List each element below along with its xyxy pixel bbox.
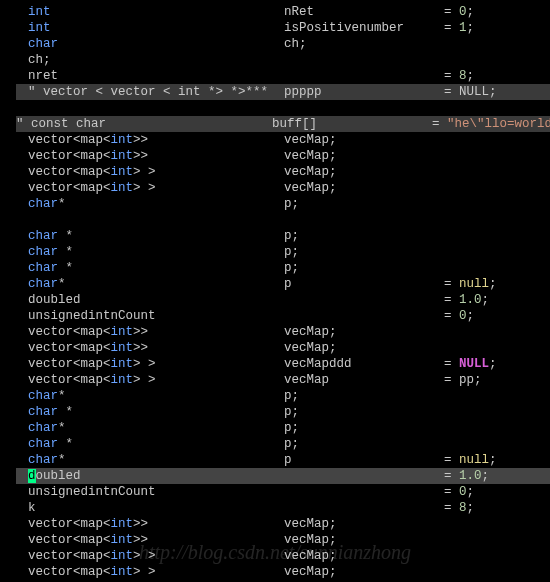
variable-name: ppppp	[284, 84, 444, 100]
value: = NULL;	[444, 356, 497, 372]
declaration: unsignedintnCount	[28, 484, 284, 500]
value: = 1.0;	[444, 468, 489, 484]
variable-name	[284, 500, 444, 516]
code-line: char*p;	[16, 196, 550, 212]
variable-name: p;	[284, 196, 444, 212]
variable-name: vecMap;	[284, 324, 444, 340]
code-line	[16, 100, 550, 116]
code-line: char *p;	[16, 244, 550, 260]
declaration: vector<map<int> >	[28, 164, 284, 180]
declaration: vector<map<int> >	[28, 548, 284, 564]
declaration: vector<map<int> >	[28, 372, 284, 388]
variable-name: nRet	[284, 4, 444, 20]
declaration: k	[28, 500, 284, 516]
code-line: unsignedintnCount= 0;	[16, 308, 550, 324]
code-line: unsignedintnCount= 0;	[16, 484, 550, 500]
code-line: vector<map<int> >vecMap= pp;	[16, 372, 550, 388]
declaration: vector<map<int> >	[28, 564, 284, 580]
variable-name: ch;	[284, 36, 444, 52]
declaration: nret	[28, 68, 284, 84]
variable-name: vecMap;	[284, 148, 444, 164]
variable-name: vecMap;	[284, 532, 444, 548]
code-line: charch;	[16, 36, 550, 52]
variable-name: p;	[284, 228, 444, 244]
code-line: vector<map<int>>vecMap;	[16, 132, 550, 148]
variable-name: p;	[284, 404, 444, 420]
code-line: doubled= 1.0;	[16, 292, 550, 308]
variable-name	[284, 292, 444, 308]
value: = 8;	[444, 68, 474, 84]
variable-name: p;	[284, 420, 444, 436]
code-line: char *p;	[16, 228, 550, 244]
code-line: vector<map<int> >vecMap;	[16, 164, 550, 180]
code-line: char*p;	[16, 388, 550, 404]
variable-name: vecMap;	[284, 548, 444, 564]
variable-name: p	[284, 276, 444, 292]
declaration: " vector < vector < int *> *>***	[28, 84, 284, 100]
declaration: vector<map<int> >	[28, 356, 284, 372]
code-line: vector<map<int>>vecMap;	[16, 532, 550, 548]
variable-name: p;	[284, 260, 444, 276]
code-line: vector<map<int> >vecMap;	[16, 548, 550, 564]
variable-name: p;	[284, 436, 444, 452]
declaration: char*	[28, 388, 284, 404]
code-line: " const charbuff[]= "he\"llo=world";	[16, 116, 550, 132]
code-line: vector<map<int> >vecMap;	[16, 564, 550, 580]
declaration: ch;	[28, 52, 284, 68]
code-line: vector<map<int> >vecMapddd= NULL;	[16, 356, 550, 372]
code-line: vector<map<int>>vecMap;	[16, 324, 550, 340]
declaration: doubled	[28, 292, 284, 308]
variable-name: buff[]	[272, 116, 432, 132]
declaration: vector<map<int>>	[28, 516, 284, 532]
code-line: vector<map<int>>vecMap;	[16, 148, 550, 164]
variable-name: p;	[284, 244, 444, 260]
code-line: doubled= 1.0;	[16, 468, 550, 484]
variable-name	[284, 468, 444, 484]
value: = 0;	[444, 484, 474, 500]
code-line: nret= 8;	[16, 68, 550, 84]
variable-name	[284, 68, 444, 84]
code-line: char *p;	[16, 436, 550, 452]
variable-name	[284, 308, 444, 324]
variable-name: vecMap;	[284, 516, 444, 532]
value: = null;	[444, 452, 497, 468]
declaration: char *	[28, 260, 284, 276]
value: = null;	[444, 276, 497, 292]
declaration: vector<map<int> >	[28, 180, 284, 196]
variable-name: vecMap;	[284, 564, 444, 580]
variable-name: vecMap;	[284, 132, 444, 148]
value: = "he\"llo=world";	[432, 116, 550, 132]
code-line: intnRet= 0;	[16, 4, 550, 20]
declaration: vector<map<int>>	[28, 532, 284, 548]
variable-name: p	[284, 452, 444, 468]
declaration: int	[28, 4, 284, 20]
declaration: char *	[28, 244, 284, 260]
declaration: char*	[28, 276, 284, 292]
code-line: vector<map<int> >vecMap;	[16, 180, 550, 196]
code-line: char *p;	[16, 404, 550, 420]
declaration: char *	[28, 436, 284, 452]
code-line: char*p= null;	[16, 276, 550, 292]
value: = 1;	[444, 20, 474, 36]
variable-name: vecMap;	[284, 340, 444, 356]
declaration: vector<map<int>>	[28, 132, 284, 148]
value: = pp;	[444, 372, 482, 388]
declaration: char*	[28, 452, 284, 468]
declaration: char	[28, 36, 284, 52]
code-line: " vector < vector < int *> *>***ppppp= N…	[16, 84, 550, 100]
declaration: vector<map<int>>	[28, 324, 284, 340]
value: = NULL;	[444, 84, 497, 100]
code-editor[interactable]: intnRet= 0;intisPositivenumber= 1;charch…	[0, 0, 550, 580]
value: = 1.0;	[444, 292, 489, 308]
declaration: char *	[28, 404, 284, 420]
declaration: char*	[28, 196, 284, 212]
cursor: d	[28, 469, 36, 483]
variable-name: isPositivenumber	[284, 20, 444, 36]
code-line: k= 8;	[16, 500, 550, 516]
declaration: char*	[28, 420, 284, 436]
variable-name: vecMap;	[284, 164, 444, 180]
value: = 0;	[444, 308, 474, 324]
variable-name	[284, 484, 444, 500]
declaration: vector<map<int>>	[28, 340, 284, 356]
variable-name	[284, 52, 444, 68]
